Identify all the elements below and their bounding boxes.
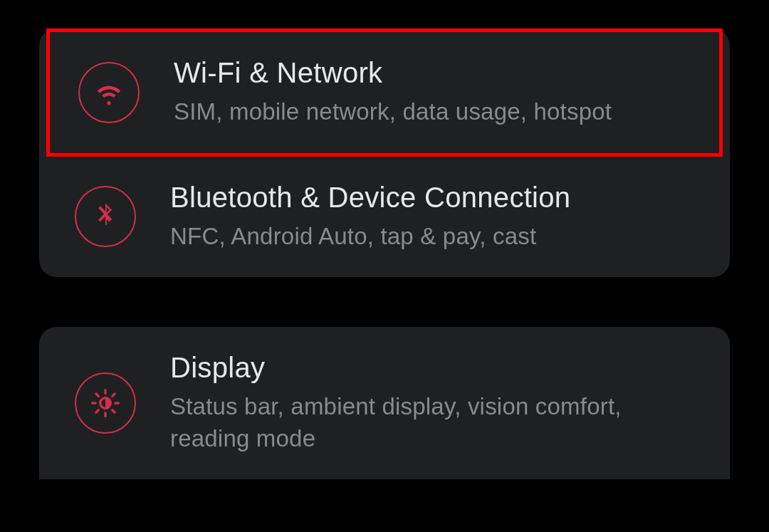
settings-item-wifi-network[interactable]: Wi-Fi & Network SIM, mobile network, dat… — [46, 28, 723, 157]
wifi-icon — [78, 62, 140, 123]
settings-item-subtitle: SIM, mobile network, data usage, hotspot — [174, 96, 612, 128]
settings-item-subtitle: NFC, Android Auto, tap & pay, cast — [170, 221, 570, 253]
svg-line-7 — [96, 410, 98, 412]
svg-line-5 — [96, 394, 98, 396]
settings-item-subtitle: Status bar, ambient display, vision comf… — [170, 391, 694, 454]
settings-item-title: Bluetooth & Device Connection — [170, 182, 570, 214]
settings-group-connectivity: Wi-Fi & Network SIM, mobile network, dat… — [39, 28, 730, 277]
settings-item-text: Display Status bar, ambient display, vis… — [170, 352, 694, 454]
brightness-icon — [75, 372, 136, 434]
bluetooth-icon — [75, 186, 136, 247]
settings-item-display[interactable]: Display Status bar, ambient display, vis… — [39, 327, 730, 479]
settings-item-bluetooth-device[interactable]: Bluetooth & Device Connection NFC, Andro… — [39, 157, 730, 278]
settings-item-text: Wi-Fi & Network SIM, mobile network, dat… — [174, 57, 612, 128]
settings-item-title: Display — [170, 352, 694, 384]
svg-line-6 — [113, 410, 115, 412]
settings-item-text: Bluetooth & Device Connection NFC, Andro… — [170, 182, 570, 253]
svg-line-8 — [113, 394, 115, 396]
settings-item-title: Wi-Fi & Network — [174, 57, 612, 89]
settings-group-display: Display Status bar, ambient display, vis… — [39, 327, 730, 479]
